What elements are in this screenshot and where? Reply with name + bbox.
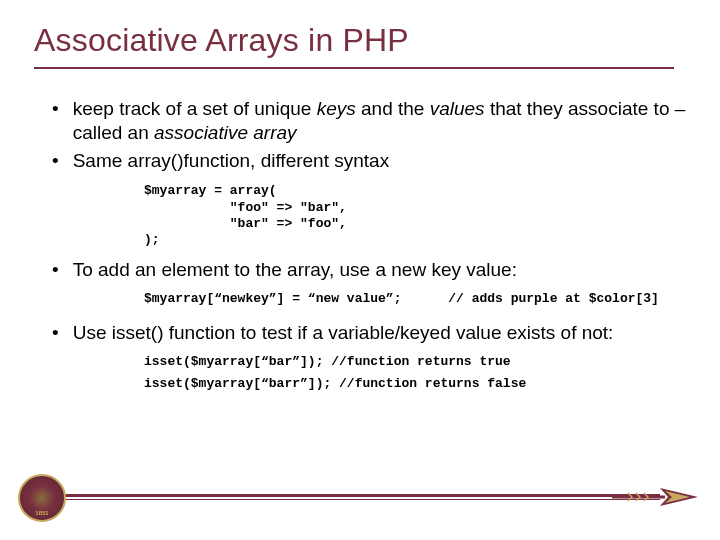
text: function, different syntax	[184, 150, 390, 171]
text: Same	[73, 150, 128, 171]
bullet-item: Same array()function, different syntax	[34, 149, 686, 173]
fsu-seal-icon	[18, 474, 66, 522]
footer-rule	[60, 494, 660, 497]
text-code: array()	[128, 150, 184, 171]
bullet-item: keep track of a set of unique keys and t…	[34, 97, 686, 146]
code-isset-true: isset($myarray[“bar”]); //function retur…	[144, 354, 686, 371]
footer-rule	[60, 499, 660, 500]
spear-icon	[610, 484, 700, 510]
slide-title: Associative Arrays in PHP	[34, 22, 686, 59]
text-italic: values	[430, 98, 490, 119]
slide-footer	[0, 482, 720, 526]
text: Use	[73, 322, 112, 343]
text-italic: keys	[317, 98, 356, 119]
bullet-text: Same array()function, different syntax	[73, 149, 686, 173]
bullet-text: keep track of a set of unique keys and t…	[73, 97, 686, 146]
bullet-item: Use isset() function to test if a variab…	[34, 321, 686, 345]
text-code: isset()	[112, 322, 164, 343]
bullet-text: Use isset() function to test if a variab…	[73, 321, 686, 345]
text: and the	[356, 98, 430, 119]
bullet-text: To add an element to the array, use a ne…	[73, 258, 686, 282]
title-underline	[34, 67, 674, 69]
bullet-item: To add an element to the array, use a ne…	[34, 258, 686, 282]
text: function to test if a variable/keyed val…	[163, 322, 613, 343]
text: keep track of a set of unique	[73, 98, 317, 119]
code-isset-false: isset($myarray[“barr”]); //function retu…	[144, 376, 686, 393]
slide: Associative Arrays in PHP keep track of …	[0, 0, 720, 393]
code-add-element: $myarray[“newkey”] = “new value”; // add…	[144, 291, 686, 308]
slide-content: keep track of a set of unique keys and t…	[34, 97, 686, 393]
code-block-array-def: $myarray = array( "foo" => "bar", "bar" …	[144, 183, 686, 248]
text-italic: associative array	[154, 122, 297, 143]
